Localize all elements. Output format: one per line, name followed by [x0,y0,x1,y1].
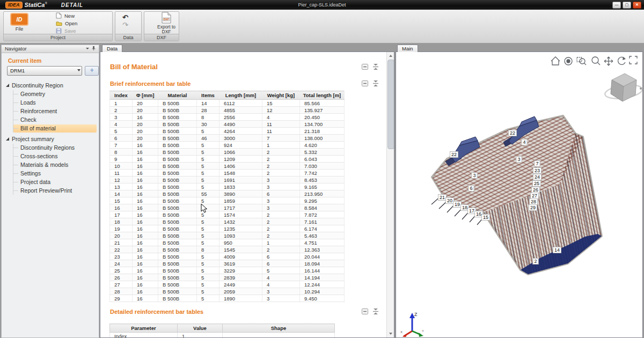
table-row: 2616B 500B52839414.194 [110,274,345,281]
table-cell: 16 [133,163,158,170]
table-row: 2816B 500B52059310.294 [110,288,345,295]
nav-section-project-summary[interactable]: Project summary [6,135,98,143]
add-item-button[interactable]: + [85,66,99,76]
table-cell: B 500B [158,204,197,211]
table-cell: 25 [110,267,133,274]
column-header: Shape [223,324,335,333]
nav-item-materials-models[interactable]: Materials & models [13,161,97,169]
rebar-group-label: 15 [481,214,490,221]
nav-item-cross-sections[interactable]: Cross-sections [13,152,97,160]
tab-data[interactable]: Data [102,45,122,52]
navigator-header[interactable]: Navigator [2,45,99,53]
fit-view-icon[interactable] [630,56,637,64]
zoom-window-icon[interactable] [577,57,586,65]
navigation-cube[interactable] [604,74,642,101]
table-cell: 16 [110,204,133,211]
table-cell: B 500B [158,121,197,128]
collapse-section-button[interactable] [362,308,368,314]
panel-menu-pin-icons[interactable] [85,45,97,52]
new-button[interactable]: New [56,12,93,19]
table-cell: 16 [133,170,158,177]
rotate-icon[interactable] [618,57,626,64]
minimize-button[interactable]: — [612,2,621,9]
table-cell: 5 [197,142,219,149]
nav-item-bill-of-material[interactable]: Bill of material [13,124,97,133]
table-cell: 1 [178,333,223,338]
expander-icon[interactable] [6,84,9,87]
table-cell: 2 [262,170,300,177]
file-button[interactable]: ID File [8,13,31,32]
collapse-all-button[interactable] [372,308,379,314]
section-controls [362,80,379,86]
table-cell: 16 [133,295,158,302]
scroll-down-button[interactable] [387,330,394,337]
table-cell: 16 [133,267,158,274]
nav-item-loads[interactable]: Loads [13,99,97,107]
table-cell: 16 [133,246,158,253]
table-cell: 5 [110,128,133,135]
nav-section-discontinuity-region[interactable]: Discontinuity Region [6,81,98,90]
table-cell: 138.000 [300,135,345,142]
brief-reinforcement-table: IndexΦ [mm]MaterialItemsLength [mm]Weigh… [109,91,345,302]
rebar-group-label: 22 [450,151,458,158]
collapse-all-button[interactable] [372,64,379,70]
3d-viewport[interactable]: Z X Y 2242233672324252627282921201918171… [396,52,643,338]
nav-item-project-data[interactable]: Project data [13,178,97,186]
table-cell: 16 [133,190,158,197]
redo-button[interactable]: ↷ [122,21,128,29]
pin-icon [92,46,96,50]
table-cell: 7 [110,142,133,149]
nav-item-settings[interactable]: Settings [13,170,97,178]
nav-item-discontinuity-regions[interactable]: Discontinuity Regions [13,144,97,152]
current-item-select[interactable]: DRM1 [7,66,82,76]
table-row: 1416B 500B5538906213.950 [110,190,345,197]
table-cell: 8 [197,246,219,253]
table-cell: 14 [197,100,219,107]
table-cell: 3 [262,295,300,302]
table-cell: 16 [133,142,158,149]
collapse-section-button[interactable] [362,80,368,86]
table-row: 520B 500B542641121.318 [110,128,345,135]
nav-item-reinforcement[interactable]: Reinforcement [13,107,97,115]
table-cell: 9 [110,156,133,163]
table-cell: 1406 [219,163,262,170]
table-cell: 4009 [219,253,262,260]
table-cell: 5.463 [300,232,345,239]
nav-item-check[interactable]: Check [13,116,97,124]
vertical-scrollbar[interactable] [386,52,394,337]
pier-cap-3d-model: Z X Y [396,52,642,337]
maximize-button[interactable]: ▢ [623,2,631,9]
table-cell: 26 [110,274,133,281]
zoom-icon[interactable] [592,57,600,65]
view-icon[interactable] [565,57,572,65]
tab-main[interactable]: Main [397,45,418,52]
home-icon[interactable] [551,57,560,65]
table-cell: 18 [110,218,133,225]
close-button[interactable]: ✕ [633,2,641,9]
collapse-section-button[interactable] [362,64,368,70]
section-controls [362,308,379,314]
table-cell: 4 [262,274,300,281]
pan-icon[interactable] [604,57,613,65]
table-cell: 1432 [219,218,262,225]
table-cell: B 500B [158,114,197,121]
scroll-up-button[interactable] [387,52,394,59]
export-dxf-button[interactable]: DXF Export to DXF [155,12,178,34]
svg-text:Y: Y [422,329,424,333]
nav-section-label: Project summary [12,136,54,142]
table-cell: 5 [197,267,219,274]
new-document-icon [56,12,62,19]
nav-item-report-preview-print[interactable]: Report Preview/Print [13,187,97,195]
table-cell: 16 [133,114,158,121]
scrollbar-thumb[interactable] [387,60,394,149]
undo-button[interactable]: ↶ [122,14,128,21]
save-button[interactable]: Save [56,27,93,34]
table-cell: B 500B [158,253,197,260]
open-button[interactable]: Open [56,19,93,27]
nav-item-geometry[interactable]: Geometry [13,90,97,98]
chevron-down-icon [86,48,89,49]
table-cell: 17 [110,211,133,218]
collapse-all-button[interactable] [372,80,379,86]
table-cell: 2 [262,156,300,163]
expander-icon[interactable] [6,137,9,141]
